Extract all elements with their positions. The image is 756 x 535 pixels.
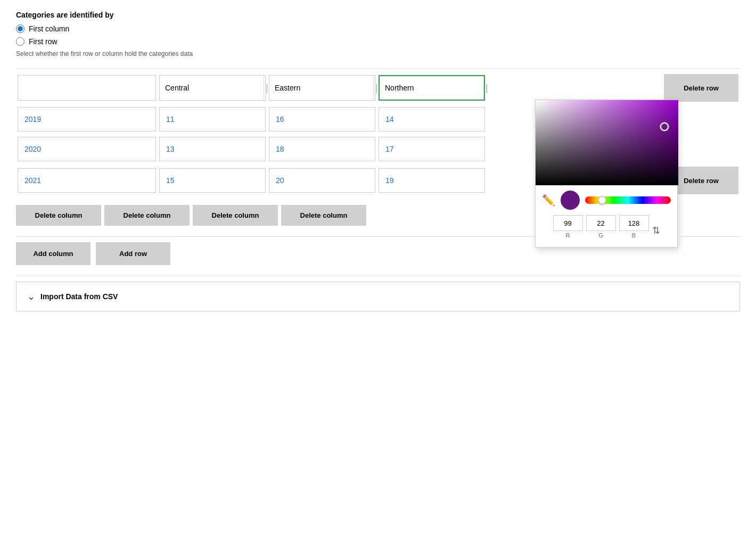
data-cell-2-2[interactable] [269,168,375,193]
color-canvas[interactable] [536,100,678,185]
header-cells: | | | [16,73,662,103]
color-swatch [561,191,580,210]
first-column-option[interactable]: First column [16,24,740,33]
delete-col-2-button[interactable]: Delete column [193,205,278,226]
hue-thumb [598,196,606,204]
data-input-0-1[interactable] [160,108,265,131]
first-column-label: First column [29,24,69,33]
data-input-1-1[interactable] [160,137,265,161]
g-label: G [598,232,603,238]
data-input-1-3[interactable] [379,137,484,161]
r-input[interactable]: 99 [553,215,583,231]
data-cell-0-2[interactable] [269,107,375,131]
delete-col-1-button[interactable]: Delete column [104,205,190,226]
header-cell-3[interactable]: | [379,75,485,101]
header-input-2[interactable] [269,76,373,100]
header-input-1[interactable] [160,76,264,100]
data-input-1-2[interactable] [269,137,375,161]
add-row-button[interactable]: Add row [96,242,170,265]
data-cell-1-0[interactable] [18,137,156,161]
import-label: Import Data from CSV [40,292,118,301]
header-cell-0[interactable] [18,75,156,101]
data-cell-0-1[interactable] [159,107,266,131]
categories-title: Categories are identified by [16,11,740,19]
drag-handle-3[interactable]: | [483,76,490,100]
hue-bar[interactable] [585,196,671,204]
import-csv-section[interactable]: ⌄ Import Data from CSV [16,282,740,311]
radio-group: First column First row [16,24,740,46]
copy-icon[interactable]: ⇅ [652,225,660,236]
rgb-inputs-row: 99 R 22 G 128 B ⇅ [536,210,677,238]
data-cell-2-0[interactable] [18,168,156,193]
data-cell-0-3[interactable] [379,107,485,131]
delete-col-3-button[interactable]: Delete column [281,205,366,226]
data-cell-2-1[interactable] [159,168,266,193]
data-input-2-1[interactable] [160,169,265,192]
header-input-3[interactable] [380,76,483,100]
b-label: B [632,232,636,238]
color-picker-popup: ✏️ 99 R 22 G 128 B ⇅ [535,100,678,248]
b-field-group: 128 B [619,215,649,238]
categories-section: Categories are identified by First colum… [16,11,740,57]
header-cell-2[interactable]: | [269,75,375,101]
first-row-radio[interactable] [16,37,24,46]
g-field-group: 22 G [586,215,616,238]
header-cell-1[interactable]: | [159,75,266,101]
header-row: | | | Delete row [16,72,740,104]
data-input-2-3[interactable] [379,169,484,192]
data-input-0-0[interactable] [18,108,155,131]
header-input-0[interactable] [18,76,155,100]
eyedropper-icon[interactable]: ✏️ [542,194,555,207]
delete-row-header-button[interactable]: Delete row [664,74,738,102]
data-input-0-2[interactable] [269,108,375,131]
data-cell-1-1[interactable] [159,137,266,161]
data-input-0-3[interactable] [379,108,484,131]
data-cell-1-2[interactable] [269,137,375,161]
data-cell-2-3[interactable] [379,168,485,193]
r-label: R [566,232,570,238]
table-section: | | | Delete row ✏️ [16,72,740,226]
data-input-1-0[interactable] [18,137,155,161]
first-row-option[interactable]: First row [16,37,740,46]
delete-col-0-button[interactable]: Delete column [16,205,101,226]
data-input-2-2[interactable] [269,169,375,192]
b-input[interactable]: 128 [619,215,649,231]
r-field-group: 99 R [553,215,583,238]
data-input-2-0[interactable] [18,169,155,192]
color-cursor [660,122,669,131]
g-input[interactable]: 22 [586,215,616,231]
first-column-radio[interactable] [16,24,24,33]
picker-bottom: ✏️ [536,185,677,210]
categories-hint: Select whether the first row or column h… [16,50,740,57]
add-column-button[interactable]: Add column [16,242,91,265]
chevron-down-icon: ⌄ [27,291,35,302]
data-cell-1-3[interactable] [379,137,485,161]
data-cell-0-0[interactable] [18,107,156,131]
first-row-label: First row [29,37,57,46]
